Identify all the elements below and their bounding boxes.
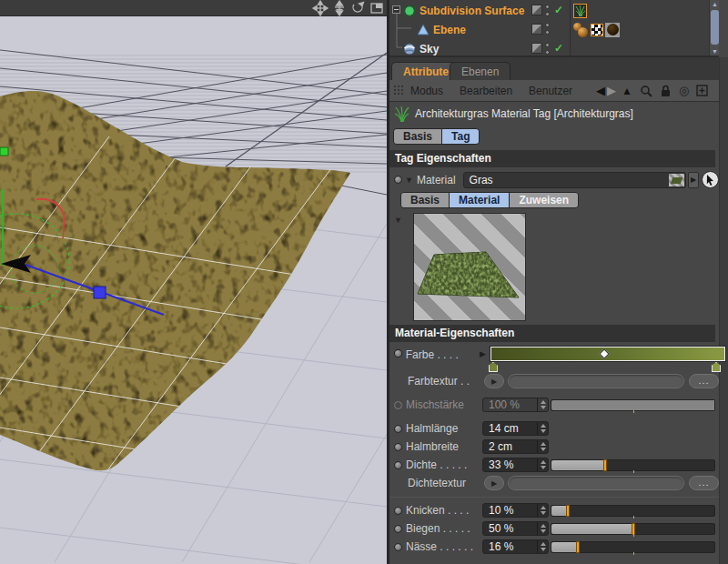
animation-dot[interactable] xyxy=(394,507,402,515)
knicken-value[interactable]: 10 % xyxy=(482,503,549,518)
scroll-down-icon[interactable]: ▼ xyxy=(710,48,720,55)
drag-handle-icon[interactable] xyxy=(393,85,405,96)
tab-mat-basis[interactable]: Basis xyxy=(401,193,450,207)
scroll-up-icon[interactable]: ▲ xyxy=(710,1,720,7)
chevron-down-icon[interactable]: ▼ xyxy=(405,176,413,185)
stepper-icon[interactable] xyxy=(537,440,548,453)
naesse-value[interactable]: 16 % xyxy=(482,539,549,554)
viewport-canvas[interactable] xyxy=(0,0,387,564)
dichtetextur-browse-button[interactable]: ... xyxy=(689,476,719,490)
animation-dot[interactable] xyxy=(394,525,402,533)
panel-edge-strip xyxy=(719,57,728,564)
tab-mat-zuweisen[interactable]: Zuweisen xyxy=(510,193,578,207)
stepper-icon[interactable] xyxy=(537,422,548,435)
dichte-slider[interactable] xyxy=(551,459,715,471)
material-preview-area: ▼ xyxy=(389,212,719,325)
knicken-label: Knicken . . . . xyxy=(406,504,482,517)
object-name[interactable]: Sky xyxy=(420,43,439,55)
parent-object-icon[interactable]: ▲ xyxy=(622,85,632,97)
material-tag-icon[interactable] xyxy=(605,23,620,37)
animation-dot[interactable] xyxy=(394,461,402,469)
tab-basis[interactable]: Basis xyxy=(394,129,442,144)
stepper-icon[interactable] xyxy=(537,504,548,517)
mischstaerke-label: Mischstärke xyxy=(406,398,482,411)
history-forward-icon[interactable]: ▶ xyxy=(607,84,616,97)
y-axis-grab-handle[interactable] xyxy=(0,147,8,156)
stepper-icon[interactable] xyxy=(537,458,548,471)
texture-menu-icon[interactable]: ▶ xyxy=(484,476,504,490)
menu-benutzer[interactable]: Benutzer xyxy=(529,85,572,97)
visibility-dots[interactable] xyxy=(545,43,551,55)
architekturgras-icon xyxy=(394,106,410,123)
mischstaerke-row: Mischstärke 100 % xyxy=(389,396,719,414)
sphere-tag-pair[interactable] xyxy=(573,22,589,37)
lock-icon[interactable] xyxy=(660,85,672,97)
animation-dot[interactable] xyxy=(394,349,402,358)
tab-ebenen[interactable]: Ebenen xyxy=(450,62,511,80)
subdivision-surface-icon xyxy=(403,5,416,17)
preview-expander-icon[interactable]: ▼ xyxy=(394,216,402,225)
dichtetextur-field[interactable] xyxy=(508,476,684,490)
enabled-check-icon[interactable]: ✓ xyxy=(554,42,563,55)
object-row-ebene[interactable]: Ebene xyxy=(389,20,717,39)
link-menu-arrow-icon[interactable]: ▶ xyxy=(688,172,699,188)
material-label: Material xyxy=(417,174,456,186)
stepper-icon[interactable] xyxy=(537,522,548,535)
layer-swatch[interactable] xyxy=(531,43,542,54)
biegen-slider[interactable] xyxy=(551,523,715,535)
new-panel-icon[interactable] xyxy=(696,85,708,96)
search-icon[interactable] xyxy=(640,85,652,97)
expand-arrow-icon[interactable]: ▶ xyxy=(480,349,486,358)
3d-viewport[interactable] xyxy=(0,0,387,564)
stepper-icon[interactable] xyxy=(537,540,548,553)
biegen-value[interactable]: 50 % xyxy=(482,521,549,536)
architekturgras-tag-icon[interactable] xyxy=(573,4,587,18)
object-name[interactable]: Ebene xyxy=(433,24,466,36)
history-back-icon[interactable]: ◀ xyxy=(596,84,605,97)
dichte-row: Dichte . . . . . 33 % xyxy=(389,456,719,474)
material-link-row: ▼ Material Gras ▶ xyxy=(389,167,719,192)
animation-dot[interactable] xyxy=(394,425,402,433)
dichte-value[interactable]: 33 % xyxy=(482,458,549,472)
visibility-dots[interactable] xyxy=(545,23,551,35)
manager-tabbar: Attribute Ebenen xyxy=(389,57,719,80)
menu-modus[interactable]: Modus xyxy=(410,85,443,97)
halmbreite-value[interactable]: 2 cm xyxy=(482,439,549,454)
material-mini-preview xyxy=(669,174,684,186)
farbtextur-browse-button[interactable]: ... xyxy=(689,374,719,388)
z-axis-grab-handle[interactable] xyxy=(94,287,106,298)
dichte-label: Dichte . . . . . xyxy=(406,458,482,471)
pick-object-icon[interactable] xyxy=(702,171,719,188)
layer-swatch[interactable] xyxy=(531,5,542,15)
sphere-tag-icon[interactable] xyxy=(578,27,588,37)
object-manager-scrollbar[interactable]: ▲ ▼ xyxy=(709,0,719,55)
farbtextur-label: Farbtextur . . xyxy=(408,375,484,388)
material-link-field[interactable]: Gras xyxy=(463,172,686,188)
naesse-slider[interactable] xyxy=(551,541,715,553)
attribute-menubar: Modus Bearbeiten Benutzer ◀ ▶ ▲ ◎ xyxy=(389,80,719,102)
object-name[interactable]: Subdivision Surface xyxy=(420,5,524,17)
scrollbar-thumb[interactable] xyxy=(711,10,719,45)
gradient-left-knot[interactable] xyxy=(489,362,498,372)
texture-menu-icon[interactable]: ▶ xyxy=(484,374,504,388)
uvw-tag-icon[interactable] xyxy=(591,24,603,36)
color-gradient-control[interactable] xyxy=(490,347,719,371)
tab-tag[interactable]: Tag xyxy=(442,129,479,144)
application-window: Subdivision Surface Ebene Sky xyxy=(0,0,728,564)
visibility-dots[interactable] xyxy=(545,5,551,16)
tab-mat-material[interactable]: Material xyxy=(450,193,510,207)
layer-swatch[interactable] xyxy=(531,24,542,35)
farbe-label: Farbe . . . . xyxy=(406,348,480,361)
menu-bearbeiten[interactable]: Bearbeiten xyxy=(460,85,512,97)
farbtextur-field[interactable] xyxy=(508,374,684,388)
target-mode-icon[interactable]: ◎ xyxy=(679,84,689,97)
material-preview-thumbnail[interactable] xyxy=(413,213,526,321)
enabled-check-icon[interactable]: ✓ xyxy=(554,4,563,16)
halmlaenge-value[interactable]: 14 cm xyxy=(482,421,549,436)
animation-dot[interactable] xyxy=(394,443,402,451)
animation-dot[interactable] xyxy=(394,543,402,551)
knicken-slider[interactable] xyxy=(551,505,715,517)
animation-dot[interactable] xyxy=(394,176,402,184)
halmbreite-label: Halmbreite xyxy=(406,440,482,453)
dichtetextur-label: Dichtetextur xyxy=(408,477,484,489)
